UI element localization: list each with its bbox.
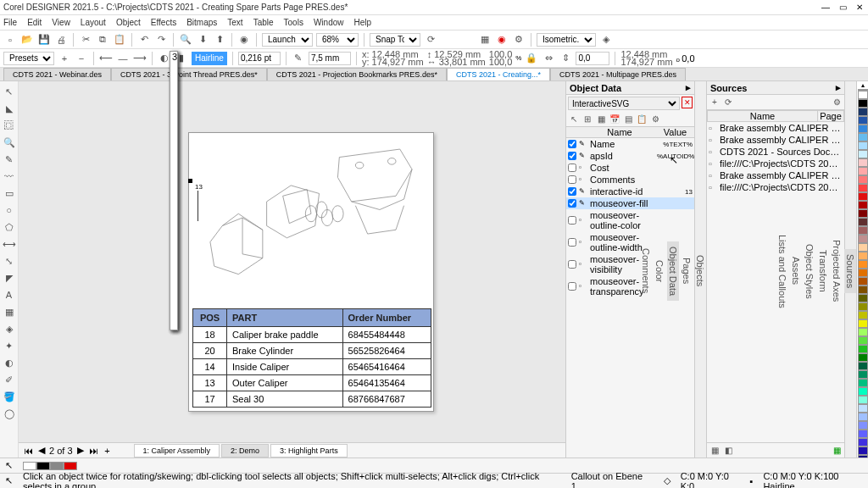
source-row[interactable]: ▫Brake assembly CALIPER LIST.xls1 bbox=[707, 122, 844, 134]
callout-tool-icon[interactable]: ◤ bbox=[3, 271, 16, 285]
redo-icon[interactable]: ↷ bbox=[154, 33, 168, 47]
copy-icon[interactable]: ⧉ bbox=[96, 33, 109, 47]
options-icon[interactable]: ⚙ bbox=[512, 33, 526, 47]
src-foot2-icon[interactable]: ◧ bbox=[722, 445, 734, 457]
color-swatch[interactable] bbox=[858, 328, 868, 336]
menu-object[interactable]: Object bbox=[116, 18, 141, 27]
src-refresh-icon[interactable]: ⟳ bbox=[722, 97, 734, 108]
field-checkbox[interactable] bbox=[568, 164, 576, 172]
add-page-icon[interactable]: + bbox=[102, 445, 114, 457]
color-swatch[interactable] bbox=[858, 252, 868, 260]
color-swatch[interactable] bbox=[858, 370, 868, 379]
schema-combo[interactable]: InteractiveSVG bbox=[568, 97, 680, 110]
source-row[interactable]: ▫file:///C:\Projects\CDTS 2021 - Crea...… bbox=[707, 158, 844, 169]
zoom-tool-icon[interactable]: 🔍 bbox=[3, 136, 16, 149]
object-data-row[interactable]: ✎Name%TEXT% bbox=[566, 138, 694, 150]
menu-file[interactable]: File bbox=[3, 18, 17, 27]
vtab-pages[interactable]: Pages bbox=[681, 252, 693, 289]
color-swatch[interactable] bbox=[858, 311, 868, 319]
doc-tab[interactable]: CDTS 2021 - 3-Point Thread PRES.des* bbox=[111, 68, 267, 80]
color-swatch[interactable] bbox=[858, 218, 868, 226]
projection-combo[interactable]: Isometric... bbox=[537, 33, 596, 47]
field-checkbox[interactable] bbox=[568, 140, 576, 148]
text-tool-icon[interactable]: A bbox=[3, 288, 16, 302]
prev-page-icon[interactable]: ◀ bbox=[36, 445, 47, 457]
od-btn7-icon[interactable]: ⚙ bbox=[649, 114, 661, 125]
undo-icon[interactable]: ↶ bbox=[137, 33, 151, 47]
edit-icon[interactable]: ▫ bbox=[579, 282, 587, 291]
edit-icon[interactable]: ▫ bbox=[579, 216, 587, 225]
rotation-input[interactable] bbox=[576, 52, 609, 65]
vtab-sources[interactable]: Sources bbox=[844, 249, 856, 293]
color-swatch[interactable] bbox=[858, 319, 868, 328]
color-swatch[interactable] bbox=[858, 235, 868, 243]
od-btn2-icon[interactable]: ⊞ bbox=[581, 114, 593, 125]
import-icon[interactable]: ⬇ bbox=[196, 33, 209, 47]
color-swatch[interactable] bbox=[858, 286, 868, 294]
rectangle-tool-icon[interactable]: ▭ bbox=[3, 186, 16, 200]
vtab-color[interactable]: Color bbox=[654, 255, 665, 287]
vtab-assets[interactable]: Assets bbox=[790, 252, 802, 290]
color-swatch[interactable] bbox=[858, 226, 868, 235]
vtab-object-data[interactable]: Object Data bbox=[667, 241, 679, 301]
swatch[interactable] bbox=[23, 462, 36, 470]
proj-icon[interactable]: ◈ bbox=[599, 33, 613, 47]
outline-width-field[interactable]: Hairline bbox=[192, 52, 227, 65]
page-tab[interactable]: 1: Caliper Assembly bbox=[134, 444, 220, 458]
doc-tab[interactable]: CDTS 2021 - Projection Bookmarks PRES.de… bbox=[267, 68, 447, 80]
color-swatch[interactable] bbox=[858, 353, 868, 362]
save-icon[interactable]: 💾 bbox=[37, 33, 51, 47]
minimize-button[interactable]: — bbox=[821, 3, 831, 13]
page-tab[interactable]: 3: Highlight Parts bbox=[270, 444, 348, 458]
color-swatch[interactable] bbox=[858, 91, 868, 99]
field-checkbox[interactable] bbox=[568, 216, 576, 225]
next-page-icon[interactable]: ▶ bbox=[75, 445, 86, 457]
vtab-transform[interactable]: Transform bbox=[817, 245, 829, 297]
menu-bitmaps[interactable]: Bitmaps bbox=[186, 18, 217, 27]
menu-view[interactable]: View bbox=[52, 18, 70, 27]
open-icon[interactable]: 📂 bbox=[20, 33, 34, 47]
export-icon[interactable]: ⬆ bbox=[213, 33, 226, 47]
menu-tools[interactable]: Tools bbox=[284, 18, 303, 27]
swatch[interactable] bbox=[64, 462, 77, 470]
color-swatch[interactable] bbox=[858, 438, 868, 446]
object-data-row[interactable]: ▫Comments bbox=[566, 174, 694, 186]
src-add-icon[interactable]: + bbox=[709, 97, 721, 108]
delete-schema-icon[interactable]: ✕ bbox=[682, 97, 693, 108]
od-btn6-icon[interactable]: 📋 bbox=[636, 114, 648, 125]
color-swatch[interactable] bbox=[858, 243, 868, 252]
color-swatch[interactable] bbox=[858, 421, 868, 430]
color-swatch[interactable] bbox=[858, 294, 868, 302]
color-swatch[interactable] bbox=[858, 387, 868, 396]
color-swatch[interactable] bbox=[858, 413, 868, 421]
mm-input[interactable] bbox=[309, 52, 351, 65]
zoom-combo[interactable]: 68% bbox=[316, 33, 359, 47]
vtab-object-styles[interactable]: Object Styles bbox=[804, 239, 815, 304]
edit-icon[interactable]: ▫ bbox=[579, 175, 587, 184]
edit-icon[interactable]: ▫ bbox=[579, 238, 587, 247]
fill-tool-icon[interactable]: 🪣 bbox=[3, 390, 16, 403]
connector-tool-icon[interactable]: ⤡ bbox=[3, 254, 16, 268]
od-btn1-icon[interactable]: ↖ bbox=[568, 114, 580, 125]
menu-edit[interactable]: Edit bbox=[27, 18, 42, 27]
field-checkbox[interactable] bbox=[568, 152, 576, 160]
presets-combo[interactable]: Presets... bbox=[3, 52, 54, 65]
color-swatch[interactable] bbox=[858, 345, 868, 353]
edit-icon[interactable]: ✎ bbox=[579, 152, 587, 160]
maximize-button[interactable]: ▭ bbox=[837, 3, 848, 13]
close-button[interactable]: ✕ bbox=[854, 3, 865, 13]
object-icon[interactable]: ▦ bbox=[478, 33, 492, 47]
field-checkbox[interactable] bbox=[568, 282, 576, 291]
color-swatch[interactable] bbox=[858, 158, 868, 167]
menu-help[interactable]: Help bbox=[354, 18, 372, 27]
color-swatch[interactable] bbox=[858, 184, 868, 192]
curve-tool-icon[interactable]: 〰 bbox=[3, 169, 16, 183]
object-data-row[interactable]: ▫Cost bbox=[566, 162, 694, 174]
pick-tool-icon[interactable]: ↖ bbox=[3, 85, 16, 98]
od-btn4-icon[interactable]: 📅 bbox=[609, 114, 620, 125]
canvas-area[interactable]: POS PART Order Number 18Caliper brake pa… bbox=[19, 81, 565, 458]
crop-tool-icon[interactable]: ⿴ bbox=[3, 119, 16, 132]
menu-text[interactable]: Text bbox=[227, 18, 242, 27]
color-swatch[interactable] bbox=[858, 133, 868, 141]
color-swatch[interactable] bbox=[858, 430, 868, 438]
